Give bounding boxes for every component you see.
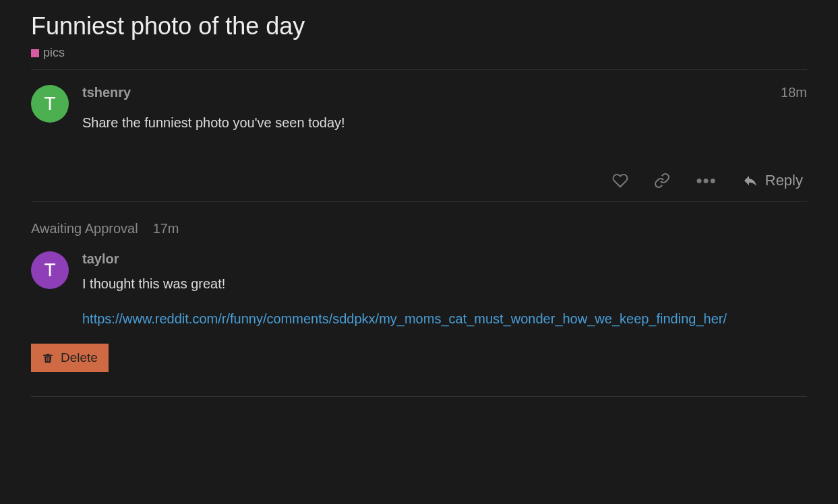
divider <box>31 396 807 397</box>
post-timestamp: 18m <box>781 85 807 100</box>
heart-icon <box>612 172 628 189</box>
reply-button[interactable]: Reply <box>742 172 803 189</box>
pending-timestamp: 17m <box>153 221 179 237</box>
avatar[interactable]: T <box>31 251 69 289</box>
post-content: Share the funniest photo you've seen tod… <box>82 113 807 133</box>
post: T tshenry 18m Share the funniest photo y… <box>31 70 807 201</box>
delete-label: Delete <box>61 350 98 365</box>
post-content: I thought this was great! <box>82 274 807 294</box>
delete-button[interactable]: Delete <box>31 344 109 372</box>
avatar[interactable]: T <box>31 85 69 123</box>
ellipsis-icon: ••• <box>696 172 716 189</box>
post-link[interactable]: https://www.reddit.com/r/funny/comments/… <box>82 309 807 329</box>
reply-icon <box>742 172 758 189</box>
username[interactable]: tshenry <box>82 85 131 100</box>
share-link-button[interactable] <box>654 172 670 189</box>
category-name: pics <box>43 46 65 60</box>
post: T taylor I thought this was great! https… <box>31 251 807 384</box>
reply-label: Reply <box>765 172 803 189</box>
category-badge[interactable]: pics <box>31 46 807 60</box>
like-button[interactable] <box>612 172 628 189</box>
link-icon <box>654 172 670 189</box>
topic-title: Funniest photo of the day <box>31 12 807 40</box>
category-color-icon <box>31 49 39 57</box>
awaiting-approval-label: Awaiting Approval <box>31 221 138 237</box>
moderation-status-row: Awaiting Approval 17m <box>31 202 807 251</box>
more-options-button[interactable]: ••• <box>696 172 716 189</box>
trash-icon <box>42 352 54 364</box>
username[interactable]: taylor <box>82 251 119 267</box>
